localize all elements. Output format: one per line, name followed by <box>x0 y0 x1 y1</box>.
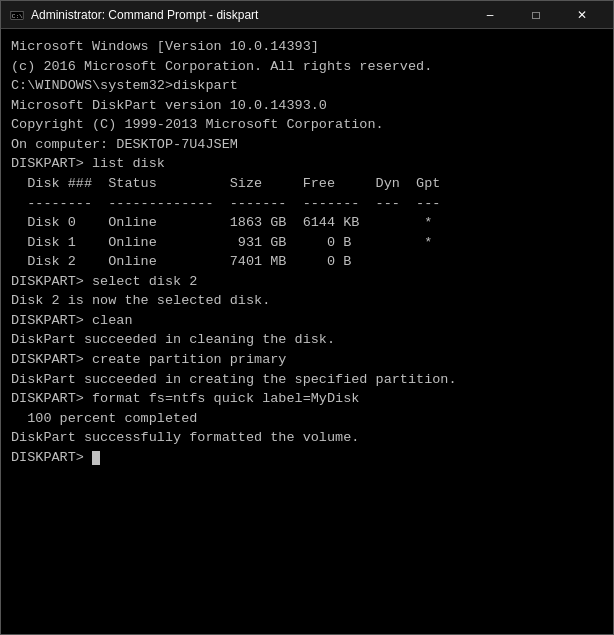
console-line: DiskPart successfully formatted the volu… <box>11 428 603 448</box>
svg-text:C:\: C:\ <box>12 12 23 19</box>
console-line: Disk 0 Online 1863 GB 6144 KB * <box>11 213 603 233</box>
console-line: DISKPART> format fs=ntfs quick label=MyD… <box>11 389 603 409</box>
console-line: DISKPART> clean <box>11 311 603 331</box>
console-line: DISKPART> <box>11 448 603 468</box>
cmd-icon: C:\ <box>9 7 25 23</box>
console-line: Microsoft Windows [Version 10.0.14393] <box>11 37 603 57</box>
console-line: Disk ### Status Size Free Dyn Gpt <box>11 174 603 194</box>
console-line: DISKPART> create partition primary <box>11 350 603 370</box>
console-line: Microsoft DiskPart version 10.0.14393.0 <box>11 96 603 116</box>
console-line: Disk 2 Online 7401 MB 0 B <box>11 252 603 272</box>
console-output[interactable]: Microsoft Windows [Version 10.0.14393](c… <box>1 29 613 634</box>
title-bar-text: Administrator: Command Prompt - diskpart <box>31 8 467 22</box>
console-line: -------- ------------- ------- ------- -… <box>11 194 603 214</box>
console-line: (c) 2016 Microsoft Corporation. All righ… <box>11 57 603 77</box>
console-line: C:\WINDOWS\system32>diskpart <box>11 76 603 96</box>
maximize-button[interactable]: □ <box>513 1 559 29</box>
title-bar: C:\ Administrator: Command Prompt - disk… <box>1 1 613 29</box>
title-bar-controls: – □ ✕ <box>467 1 605 29</box>
console-line: 100 percent completed <box>11 409 603 429</box>
console-line: DISKPART> select disk 2 <box>11 272 603 292</box>
console-line: On computer: DESKTOP-7U4JSEM <box>11 135 603 155</box>
cursor <box>92 451 100 465</box>
cmd-window: C:\ Administrator: Command Prompt - disk… <box>0 0 614 635</box>
console-line: DiskPart succeeded in creating the speci… <box>11 370 603 390</box>
console-line: Disk 2 is now the selected disk. <box>11 291 603 311</box>
console-line: DISKPART> list disk <box>11 154 603 174</box>
console-line: Copyright (C) 1999-2013 Microsoft Corpor… <box>11 115 603 135</box>
console-line: Disk 1 Online 931 GB 0 B * <box>11 233 603 253</box>
minimize-button[interactable]: – <box>467 1 513 29</box>
console-line: DiskPart succeeded in cleaning the disk. <box>11 330 603 350</box>
close-button[interactable]: ✕ <box>559 1 605 29</box>
